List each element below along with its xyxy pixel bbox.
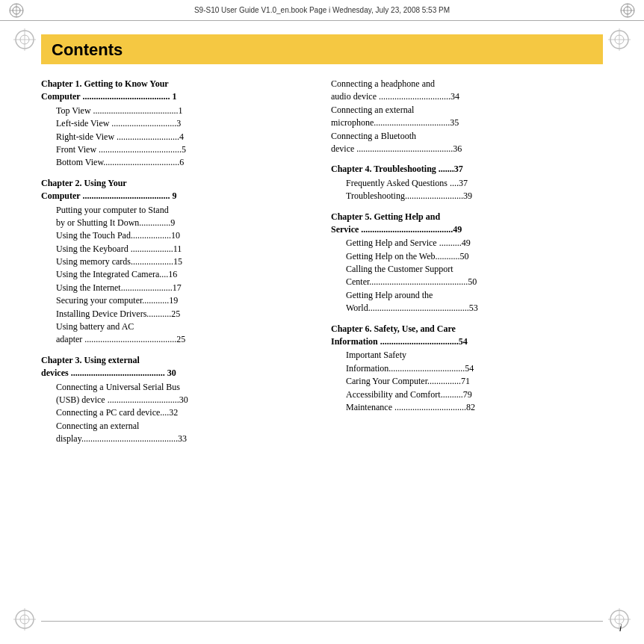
bottom-line: [41, 621, 603, 622]
toc-item-securing: Securing your computer............19: [41, 294, 313, 307]
toc-item-right-side: Right-side View ........................…: [41, 131, 313, 143]
toc-item-battery: Using battery and ACadapter ............…: [41, 321, 313, 347]
chapter-6-title: Chapter 6. Safety, Use, and CareInformat…: [331, 323, 603, 349]
toc-columns: Chapter 1. Getting to Know YourComputer …: [41, 78, 603, 446]
toc-item-help-web: Getting Help on the Web...........50: [331, 250, 603, 263]
toc-right-column: Connecting a headphone andaudio device .…: [331, 78, 603, 446]
content-area: Contents Chapter 1. Getting to Know Your…: [41, 21, 603, 614]
toc-item-help-world: Getting Help around theWorld............…: [331, 289, 603, 315]
toc-item-pc-card: Connecting a PC card device....32: [41, 406, 313, 419]
contents-heading-bar: Contents: [41, 34, 603, 64]
toc-item-accessibility: Accessibility and Comfort..........79: [331, 388, 603, 401]
toc-item-internet: Using the Internet......................…: [41, 282, 313, 294]
corner-mark-tr: [608, 28, 631, 51]
toc-item-front-view: Front View .............................…: [41, 143, 313, 156]
corner-mark-bl: [13, 608, 36, 631]
toc-item-headphone: Connecting a headphone andaudio device .…: [331, 78, 603, 104]
toc-item-microphone: Connecting an externalmicrophone........…: [331, 104, 603, 130]
corner-mark-tl: [13, 28, 36, 51]
compass-tl-icon: [9, 3, 24, 18]
top-bar: S9-S10 User Guide V1.0_en.book Page i We…: [0, 0, 644, 21]
toc-item-caring-computer: Caring Your Computer...............71: [331, 375, 603, 388]
page-wrapper: S9-S10 User Guide V1.0_en.book Page i We…: [0, 0, 644, 644]
compass-tr-icon: [620, 3, 635, 18]
toc-item-camera: Using the Integrated Camera....16: [41, 268, 313, 281]
toc-left-column: Chapter 1. Getting to Know YourComputer …: [41, 78, 313, 446]
toc-item-usb: Connecting a Universal Serial Bus(USB) d…: [41, 381, 313, 407]
toc-item-help-service: Getting Help and Service ..........49: [331, 237, 603, 250]
page-number: i: [619, 623, 622, 634]
toc-item-left-side: Left-side View .........................…: [41, 117, 313, 130]
toc-item-customer-support: Calling the Customer SupportCenter......…: [331, 263, 603, 289]
chapter-1-title: Chapter 1. Getting to Know YourComputer …: [41, 78, 313, 104]
toc-item-troubleshooting: Troubleshooting.........................…: [331, 190, 603, 202]
toc-item-maintenance: Maintenance ............................…: [331, 401, 603, 414]
toc-item-bottom-view: Bottom View.............................…: [41, 156, 313, 169]
toc-item-top-view: Top View ...............................…: [41, 105, 313, 117]
toc-item-display: Connecting an externaldisplay...........…: [41, 420, 313, 446]
toc-item-stand-by: Putting your computer to Standby or Shut…: [41, 204, 313, 230]
toc-item-safety-info: Important SafetyInformation.............…: [331, 349, 603, 375]
toc-item-bluetooth: Connecting a Bluetoothdevice ...........…: [331, 130, 603, 156]
toc-item-device-drivers: Installing Device Drivers...........25: [41, 308, 313, 321]
chapter-5-title: Chapter 5. Getting Help andService .....…: [331, 211, 603, 237]
toc-item-faq: Frequently Asked Questions ....37: [331, 177, 603, 190]
toc-item-memory-cards: Using memory cards...................15: [41, 256, 313, 268]
contents-heading: Contents: [52, 40, 592, 60]
chapter-3-title: Chapter 3. Using externaldevices .......…: [41, 354, 313, 380]
header-text: S9-S10 User Guide V1.0_en.book Page i We…: [24, 6, 620, 14]
toc-item-keyboard: Using the Keyboard ...................11: [41, 243, 313, 256]
chapter-2-title: Chapter 2. Using YourComputer ..........…: [41, 177, 313, 203]
toc-item-touch-pad: Using the Touch Pad..................10: [41, 229, 313, 242]
chapter-4-title: Chapter 4. Troubleshooting .......37: [331, 163, 603, 176]
